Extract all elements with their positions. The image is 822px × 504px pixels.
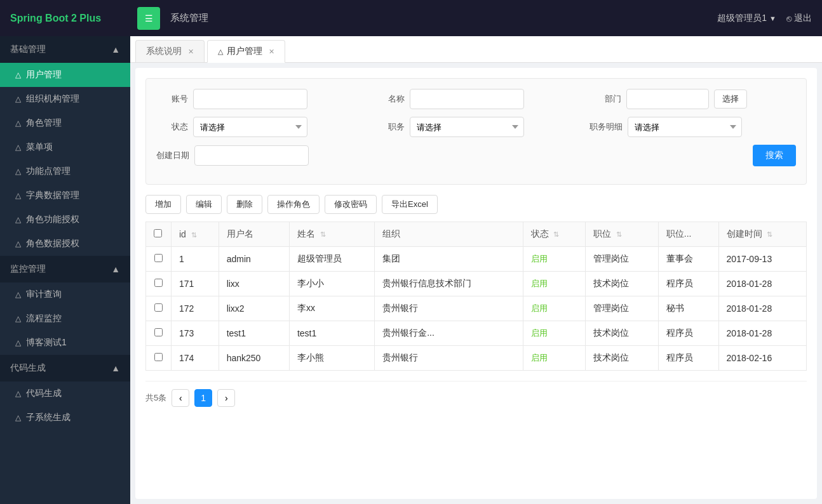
header-title: 系统管理	[170, 12, 208, 24]
user-menu[interactable]: 超级管理员1 ▼	[717, 13, 776, 24]
sidebar-item-dict-management[interactable]: △ 字典数据管理	[0, 183, 130, 208]
add-button[interactable]: 增加	[145, 195, 181, 214]
main-area: 系统说明 ✕ △ 用户管理 ✕ 账号 名称	[130, 36, 822, 504]
table-row[interactable]: 171 lixx 李小小 贵州银行信息技术部门 启用 技术岗位 程序员 2018…	[146, 272, 807, 296]
position-detail-select[interactable]: 请选择	[628, 117, 742, 137]
select-all-checkbox[interactable]	[154, 229, 162, 237]
tab-system-intro-label: 系统说明	[146, 46, 182, 57]
tab-user-management-close[interactable]: ✕	[269, 48, 274, 56]
position-select[interactable]: 请选择	[410, 117, 524, 137]
sidebar-item-subsys-gen-label: 子系统生成	[26, 412, 71, 423]
sidebar-item-menu[interactable]: △ 菜单项	[0, 135, 130, 159]
tab-system-intro-close[interactable]: ✕	[188, 48, 194, 56]
logout-button[interactable]: ⎋ 退出	[786, 13, 812, 24]
table-row[interactable]: 173 test1 test1 贵州银行金... 启用 技术岗位 程序员 201…	[146, 321, 807, 346]
cell-org-4: 贵州银行	[375, 346, 523, 371]
cell-position-1: 技术岗位	[586, 272, 659, 296]
sidebar-item-user-management[interactable]: △ 用户管理	[0, 63, 130, 87]
table-header-created[interactable]: 创建时间 ⇅	[718, 222, 806, 247]
cell-status-0: 启用	[523, 247, 586, 272]
sidebar-item-menu-label: 菜单项	[26, 142, 53, 153]
sidebar-section-basic[interactable]: 基础管理 ▲	[0, 36, 130, 63]
table-header-id[interactable]: id ⇅	[172, 222, 219, 247]
cell-id-1: 171	[172, 272, 219, 296]
tab-system-intro[interactable]: 系统说明 ✕	[135, 40, 205, 62]
sidebar-item-org-management[interactable]: △ 组织机构管理	[0, 87, 130, 111]
export-excel-button[interactable]: 导出Excel	[382, 195, 438, 214]
home-icon: △	[15, 70, 21, 79]
row-checkbox-1[interactable]	[154, 279, 163, 287]
cell-org-2: 贵州银行	[375, 296, 523, 321]
cell-name-3: test1	[289, 321, 374, 346]
create-date-input[interactable]	[194, 145, 309, 166]
change-password-button[interactable]: 修改密码	[325, 195, 377, 214]
table-header-position[interactable]: 职位 ⇅	[586, 222, 659, 247]
sidebar-section-monitor[interactable]: 监控管理 ▲	[0, 256, 130, 282]
edit-button[interactable]: 编辑	[186, 195, 222, 214]
table-header-status[interactable]: 状态 ⇅	[523, 222, 586, 247]
role-operation-button[interactable]: 操作角色	[267, 195, 320, 214]
cell-id-3: 173	[172, 321, 219, 346]
sidebar-item-role-feature-auth[interactable]: △ 角色功能授权	[0, 208, 130, 232]
cell-id-4: 174	[172, 346, 219, 371]
sidebar-item-role-data-auth-label: 角色数据授权	[26, 238, 79, 249]
name-input[interactable]	[410, 89, 524, 109]
search-row-1: 账号 名称 部门 选择	[156, 89, 796, 109]
create-date-field-group: 创建日期	[156, 145, 363, 166]
sidebar-item-role-management[interactable]: △ 角色管理	[0, 111, 130, 135]
page-1-button[interactable]: 1	[194, 389, 212, 407]
menu-toggle-button[interactable]: ☰	[137, 7, 160, 30]
create-date-label: 创建日期	[156, 150, 189, 161]
dept-input[interactable]	[626, 89, 709, 109]
table-header-name[interactable]: 姓名 ⇅	[289, 222, 374, 247]
position-label: 职务	[373, 121, 405, 133]
sidebar-item-audit[interactable]: △ 审计查询	[0, 282, 130, 307]
name-field-group: 名称	[373, 89, 579, 109]
sidebar-section-codegen[interactable]: 代码生成 ▲	[0, 355, 130, 381]
row-checkbox-3[interactable]	[154, 328, 163, 336]
sidebar-item-codegen[interactable]: △ 代码生成	[0, 381, 130, 406]
table-header-checkbox	[146, 222, 172, 247]
table-header-username: 用户名	[219, 222, 289, 247]
dept-choose-button[interactable]: 选择	[714, 90, 747, 109]
position-detail-label: 职务明细	[590, 121, 623, 133]
status-select-wrapper: 请选择 启用 禁用	[193, 117, 307, 137]
account-input[interactable]	[193, 89, 307, 109]
sidebar-section-basic-arrow: ▲	[111, 44, 120, 55]
app-logo: Spring Boot 2 Plus	[10, 13, 137, 24]
cell-username-0: admin	[219, 247, 289, 272]
sidebar: 基础管理 ▲ △ 用户管理 △ 组织机构管理 △ 角色管理 △ 菜单项 △ 功能…	[0, 36, 130, 504]
cell-org-0: 集团	[375, 247, 523, 272]
position-field-group: 职务 请选择	[373, 117, 579, 137]
row-checkbox-cell	[146, 247, 172, 272]
sidebar-item-process-monitor[interactable]: △ 流程监控	[0, 307, 130, 331]
home-icon-5: △	[15, 167, 21, 176]
sidebar-item-feature-management[interactable]: △ 功能点管理	[0, 159, 130, 183]
sidebar-item-role-data-auth[interactable]: △ 角色数据授权	[0, 232, 130, 256]
sidebar-section-codegen-arrow: ▲	[111, 363, 120, 373]
table-row[interactable]: 174 hank250 李小熊 贵州银行 启用 技术岗位 程序员 2018-02…	[146, 346, 807, 371]
cell-username-2: lixx2	[219, 296, 289, 321]
prev-page-button[interactable]: ‹	[172, 389, 189, 407]
row-checkbox-4[interactable]	[154, 353, 163, 361]
tab-user-management[interactable]: △ 用户管理 ✕	[207, 40, 285, 63]
cell-position-detail-3: 程序员	[658, 321, 718, 346]
delete-button[interactable]: 删除	[227, 195, 262, 214]
next-page-button[interactable]: ›	[217, 389, 235, 407]
sidebar-item-subsys-gen[interactable]: △ 子系统生成	[0, 406, 130, 430]
cell-org-3: 贵州银行金...	[375, 321, 523, 346]
row-checkbox-0[interactable]	[154, 254, 163, 262]
header: Spring Boot 2 Plus ☰ 系统管理 超级管理员1 ▼ ⎋ 退出	[0, 0, 822, 36]
table-row[interactable]: 172 lixx2 李xx 贵州银行 启用 管理岗位 秘书 2018-01-28	[146, 296, 807, 321]
cell-id-0: 1	[172, 247, 219, 272]
search-button[interactable]: 搜索	[753, 145, 796, 166]
cell-id-2: 172	[172, 296, 219, 321]
account-label: 账号	[156, 93, 188, 105]
layout: 基础管理 ▲ △ 用户管理 △ 组织机构管理 △ 角色管理 △ 菜单项 △ 功能…	[0, 36, 822, 504]
sidebar-item-blog-test[interactable]: △ 博客测试1	[0, 331, 130, 355]
table-row[interactable]: 1 admin 超级管理员 集团 启用 管理岗位 董事会 2017-09-13	[146, 247, 807, 272]
status-select[interactable]: 请选择 启用 禁用	[193, 117, 307, 137]
sidebar-section-monitor-arrow: ▲	[111, 264, 120, 274]
row-checkbox-2[interactable]	[154, 303, 163, 312]
cell-position-4: 技术岗位	[586, 346, 659, 371]
